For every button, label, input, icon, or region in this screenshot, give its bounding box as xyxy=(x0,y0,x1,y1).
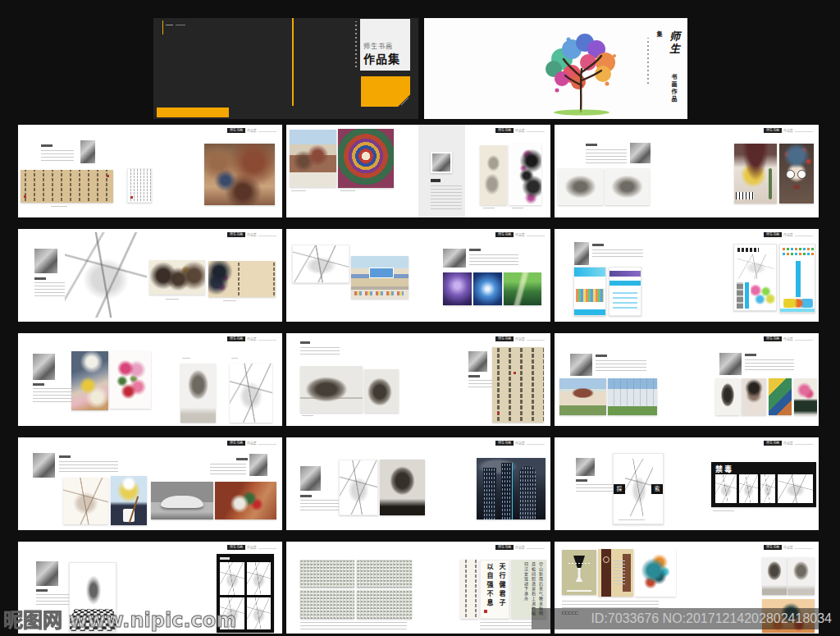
author-name xyxy=(41,144,52,147)
author-photo xyxy=(33,453,55,478)
spread-1-1: 师生书画作品集 xyxy=(18,125,282,217)
icon-stripe xyxy=(783,253,814,255)
page-header: 师生书画作品集 xyxy=(495,441,545,446)
cover-spine-line xyxy=(292,18,294,106)
author-name xyxy=(300,495,312,497)
author-photo xyxy=(431,152,452,173)
author-name xyxy=(576,479,587,482)
author-bio xyxy=(210,464,246,475)
artwork-pencil-drawing xyxy=(558,168,603,205)
icon-stripe xyxy=(783,248,814,250)
glasses-lens xyxy=(797,170,806,179)
author-name xyxy=(236,458,248,460)
caption xyxy=(713,510,734,512)
caption xyxy=(619,519,645,521)
cyan-bar xyxy=(745,282,749,309)
artwork-modern-buildings-rendering xyxy=(608,378,657,415)
comic-panel xyxy=(247,562,271,595)
page-header: 师生书画作品集 xyxy=(495,128,545,133)
author-photo xyxy=(80,140,95,163)
watercolor-tree-illustration xyxy=(529,25,636,117)
explore-banner-left: 探 xyxy=(614,484,625,494)
artwork-charcoal-bust xyxy=(380,460,425,515)
artwork-line-figure-drawing xyxy=(339,460,378,515)
page-header: 师生书画作品集 xyxy=(227,336,276,341)
skyscraper xyxy=(501,463,513,519)
artwork-architectural-rendering xyxy=(351,256,409,299)
author-bio xyxy=(576,484,615,492)
page-header: 师生书画作品集 xyxy=(764,545,813,550)
artwork-infographic-poster xyxy=(609,267,641,316)
spread-1-3: 师生书画作品集 xyxy=(555,125,819,217)
car-body xyxy=(161,496,203,508)
author-name xyxy=(300,341,310,344)
spread-3-3: 师生书画作品集 xyxy=(555,333,819,426)
artwork-house-rendering xyxy=(559,378,606,415)
author-name xyxy=(33,383,44,386)
artwork-calligraphy-grid-sheet xyxy=(300,590,354,619)
author-name xyxy=(596,355,607,357)
cover-accent-tick xyxy=(162,21,163,34)
author-bio xyxy=(33,388,74,403)
antidrug-title: 禁毒 xyxy=(715,464,733,474)
menu-text xyxy=(614,561,625,585)
author-photo xyxy=(300,466,321,491)
artwork-plum-calligraphy xyxy=(208,261,276,297)
thumbnail-grid xyxy=(576,289,604,302)
mindmap-doodles xyxy=(737,254,774,279)
cover-vertical-text xyxy=(355,21,357,67)
artwork-design-board xyxy=(779,244,815,313)
cyan-bar xyxy=(796,261,801,297)
page-header: 师生书画作品集 xyxy=(227,232,276,237)
artwork-color-still-life xyxy=(769,378,792,415)
spread-3-2: 师生书画作品集 xyxy=(286,333,550,426)
artwork-bust-drawing xyxy=(762,557,787,595)
page-header: 师生书画作品集 xyxy=(227,441,276,446)
artwork-portrait-drawing xyxy=(742,378,766,415)
skyscraper xyxy=(519,466,536,519)
author-name xyxy=(469,249,481,251)
spread-4-3: 师生书画作品集 探 索 禁毒 xyxy=(555,437,819,530)
author-name xyxy=(592,244,604,246)
caption xyxy=(51,206,67,208)
artwork-watercolor-houses xyxy=(290,130,336,187)
caption xyxy=(512,208,523,209)
author-name xyxy=(586,144,597,146)
artwork-wine-poster xyxy=(562,550,596,595)
artwork-fantasy-purple xyxy=(443,272,472,305)
artwork-calligraphy-scroll xyxy=(21,170,113,203)
page-header: 师生书画作品集 xyxy=(764,336,813,341)
artwork-gesture-sketch xyxy=(230,364,272,423)
caption xyxy=(166,299,179,300)
glass-curtain-wall xyxy=(369,268,394,278)
artwork-line-landscape xyxy=(292,245,349,283)
author-bio xyxy=(59,461,118,474)
cyan-footer xyxy=(780,309,815,312)
kids-illustration xyxy=(783,299,813,308)
spread-4-1: 师生书画作品集 xyxy=(18,437,282,530)
poster-caption xyxy=(567,590,591,592)
skyscraper xyxy=(483,468,496,519)
artwork-calligraphy-grid-sheet xyxy=(357,560,412,588)
glasses-lens xyxy=(786,170,795,179)
cover-light-tiny-column xyxy=(647,38,649,84)
image-id-watermark: ID:7033676 NO:20171214202802418034 xyxy=(532,608,840,629)
caption xyxy=(483,208,495,209)
artwork-explore-comic-poster: 探 索 xyxy=(613,453,664,524)
spread-5-2: 师生书画作品集 天行健君子 以自强不息 空山新雨后天气晚来秋明月松间照清泉石上流… xyxy=(286,542,550,634)
author-photo xyxy=(630,143,651,163)
comic-page-title xyxy=(220,557,230,560)
cover-title-box: 师生书画 作品集 xyxy=(360,19,410,71)
author-bio xyxy=(596,360,646,372)
artwork-ink-flowers xyxy=(509,144,541,205)
cover-yellow-bar xyxy=(157,108,229,117)
piano-keys xyxy=(736,192,754,199)
poster-header-band xyxy=(574,268,605,277)
artwork-mandala-painting xyxy=(338,129,394,188)
artwork-plaster-bust-drawing xyxy=(180,364,216,423)
cover-title-line2: 作品集 xyxy=(363,50,407,66)
author-photo xyxy=(576,458,595,476)
author-bio xyxy=(469,254,518,268)
comic-panel xyxy=(247,597,271,629)
artwork-cartoon-pianist xyxy=(734,144,777,204)
